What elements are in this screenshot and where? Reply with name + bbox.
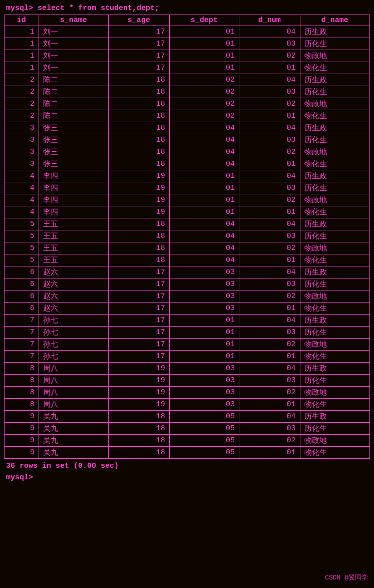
table-row: 2陈二180202物政地 <box>5 98 370 110</box>
table-cell: 03 <box>169 290 239 303</box>
command-line: mysql> select * from student,dept; <box>2 4 372 13</box>
table-cell: 01 <box>239 351 300 363</box>
table-cell: 7 <box>5 351 39 363</box>
table-row: 6赵六170303历化生 <box>5 278 370 290</box>
table-cell: 张三 <box>39 146 108 158</box>
table-cell: 8 <box>5 399 39 411</box>
table-cell: 02 <box>239 194 300 206</box>
table-cell: 2 <box>5 86 39 98</box>
table-cell: 历化生 <box>300 423 369 435</box>
table-cell: 历生政 <box>300 122 369 134</box>
table-cell: 03 <box>239 423 300 435</box>
table-cell: 01 <box>239 110 300 122</box>
table-cell: 04 <box>169 158 239 170</box>
table-cell: 李四 <box>39 206 108 218</box>
table-cell: 张三 <box>39 122 108 134</box>
table-cell: 物化生 <box>300 158 369 170</box>
table-cell: 01 <box>169 38 239 50</box>
table-cell: 01 <box>239 303 300 315</box>
table-row: 8周八190304历生政 <box>5 363 370 375</box>
table-cell: 5 <box>5 254 39 266</box>
table-cell: 18 <box>109 230 170 242</box>
table-cell: 02 <box>169 110 239 122</box>
table-row: 3张三180402物政地 <box>5 146 370 158</box>
table-cell: 03 <box>169 278 239 290</box>
table-cell: 1 <box>5 38 39 50</box>
table-cell: 19 <box>109 363 170 375</box>
table-row: 1刘一170103历化生 <box>5 38 370 50</box>
table-cell: 19 <box>109 206 170 218</box>
table-cell: 18 <box>109 447 170 459</box>
table-row: 5王五180403历化生 <box>5 230 370 242</box>
table-cell: 02 <box>239 290 300 303</box>
table-cell: 03 <box>169 363 239 375</box>
table-cell: 历生政 <box>300 411 369 423</box>
table-row: 3张三180403历化生 <box>5 134 370 146</box>
table-cell: 陈二 <box>39 74 108 86</box>
table-row: 7孙七170101物化生 <box>5 351 370 363</box>
table-cell: 17 <box>109 290 170 303</box>
table-cell: 历生政 <box>300 315 369 327</box>
table-cell: 18 <box>109 411 170 423</box>
col-header-sdept: s_dept <box>169 15 239 26</box>
table-cell: 6 <box>5 303 39 315</box>
table-row: 3张三180401物化生 <box>5 158 370 170</box>
table-cell: 19 <box>109 387 170 399</box>
table-row: 4李四190102物政地 <box>5 194 370 206</box>
table-cell: 17 <box>109 327 170 339</box>
table-row: 7孙七170102物政地 <box>5 339 370 351</box>
table-cell: 周八 <box>39 363 108 375</box>
table-cell: 物化生 <box>300 254 369 266</box>
table-cell: 赵六 <box>39 278 108 290</box>
table-cell: 5 <box>5 242 39 254</box>
table-cell: 物政地 <box>300 194 369 206</box>
table-cell: 8 <box>5 387 39 399</box>
table-cell: 18 <box>109 122 170 134</box>
table-cell: 历生政 <box>300 218 369 230</box>
table-cell: 刘一 <box>39 26 108 38</box>
table-cell: 张三 <box>39 158 108 170</box>
table-row: 5王五180401物化生 <box>5 254 370 266</box>
table-cell: 3 <box>5 122 39 134</box>
table-cell: 02 <box>169 74 239 86</box>
table-cell: 03 <box>239 230 300 242</box>
table-cell: 04 <box>169 218 239 230</box>
table-cell: 04 <box>169 230 239 242</box>
table-cell: 04 <box>239 363 300 375</box>
table-cell: 04 <box>169 242 239 254</box>
table-cell: 05 <box>169 411 239 423</box>
terminal-window: mysql> select * from student,dept; id s_… <box>0 0 374 588</box>
table-cell: 04 <box>169 134 239 146</box>
table-cell: 03 <box>239 375 300 387</box>
table-cell: 18 <box>109 86 170 98</box>
table-cell: 5 <box>5 218 39 230</box>
table-cell: 8 <box>5 363 39 375</box>
table-cell: 2 <box>5 110 39 122</box>
table-cell: 9 <box>5 435 39 447</box>
table-cell: 04 <box>239 315 300 327</box>
table-cell: 18 <box>109 110 170 122</box>
table-cell: 01 <box>169 327 239 339</box>
table-cell: 04 <box>239 218 300 230</box>
table-cell: 01 <box>169 194 239 206</box>
table-cell: 02 <box>239 435 300 447</box>
table-cell: 03 <box>239 327 300 339</box>
table-cell: 04 <box>239 26 300 38</box>
table-cell: 3 <box>5 134 39 146</box>
table-cell: 17 <box>109 26 170 38</box>
table-cell: 01 <box>169 50 239 62</box>
col-header-sname: s_name <box>39 15 108 26</box>
table-cell: 历生政 <box>300 363 369 375</box>
table-cell: 01 <box>169 315 239 327</box>
table-cell: 周八 <box>39 387 108 399</box>
table-row: 7孙七170103历化生 <box>5 327 370 339</box>
table-cell: 7 <box>5 327 39 339</box>
table-cell: 19 <box>109 375 170 387</box>
table-row: 8周八190301物化生 <box>5 399 370 411</box>
table-cell: 02 <box>239 339 300 351</box>
table-cell: 18 <box>109 158 170 170</box>
table-cell: 陈二 <box>39 98 108 110</box>
table-header-row: id s_name s_age s_dept d_num d_name <box>5 15 370 26</box>
table-cell: 5 <box>5 230 39 242</box>
table-cell: 03 <box>239 38 300 50</box>
